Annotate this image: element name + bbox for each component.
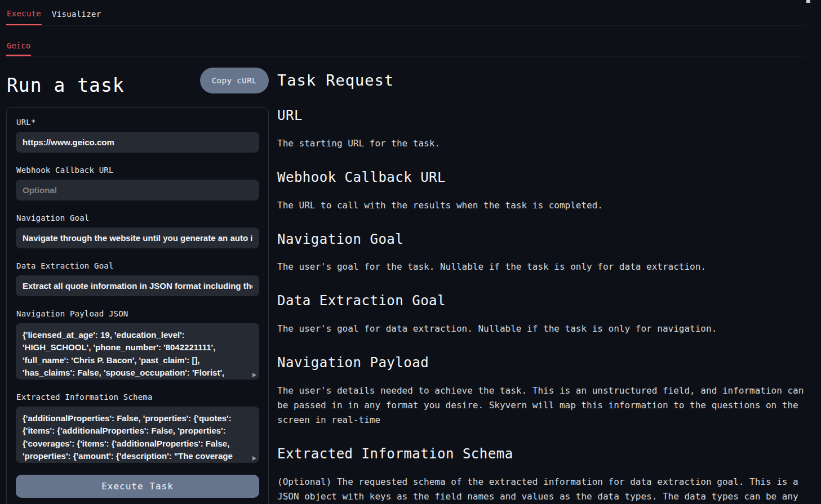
tab-execute[interactable]: Execute — [6, 8, 42, 25]
doc-section-heading: Extracted Information Schema — [277, 446, 807, 462]
doc-section-body: The user's goal for the task. Nullable i… — [277, 260, 807, 274]
doc-section-heading: URL — [277, 108, 807, 124]
data-extraction-goal-input[interactable] — [16, 275, 259, 296]
doc-section-heading: Webhook Callback URL — [277, 170, 807, 186]
extracted-schema-label: Extracted Information Schema — [16, 393, 259, 402]
doc-section-body: (Optional) The requested schema of the e… — [277, 475, 807, 504]
resize-handle-icon[interactable] — [252, 456, 256, 461]
doc-section-heading: Data Extraction Goal — [277, 293, 807, 309]
resize-handle-icon[interactable] — [252, 373, 256, 377]
url-input[interactable] — [16, 132, 259, 153]
url-label: URL* — [16, 118, 259, 127]
doc-section-body: The user's goal for data extraction. Nul… — [277, 322, 807, 336]
webhook-field-group: Webhook Callback URL — [16, 166, 259, 200]
navigation-payload-field-group: Navigation Payload JSON {'licensed_at_ag… — [16, 309, 259, 380]
doc-section-heading: Navigation Goal — [277, 231, 807, 248]
navigation-goal-field-group: Navigation Goal — [16, 213, 259, 248]
navigation-goal-label: Navigation Goal — [16, 213, 259, 222]
extracted-schema-wrap: {'additionalProperties': False, 'propert… — [16, 407, 259, 463]
scrollbar-thumb[interactable] — [806, 0, 810, 3]
navigation-goal-input[interactable] — [16, 228, 259, 248]
top-tab-bar: Execute Visualizer — [6, 0, 806, 25]
doc-section-body: The URL to call with the results when th… — [277, 198, 807, 213]
copy-curl-button[interactable]: Copy cURL — [200, 68, 269, 93]
webhook-input[interactable] — [16, 180, 259, 200]
main-content: Run a task Copy cURL URL* Webhook Callba… — [0, 56, 821, 504]
data-extraction-goal-label: Data Extraction Goal — [16, 261, 259, 270]
webhook-label: Webhook Callback URL — [16, 166, 259, 175]
url-field-group: URL* — [16, 118, 259, 153]
doc-sections: URL The starting URL for the task. Webho… — [277, 108, 807, 504]
doc-section-heading: Navigation Payload — [277, 355, 807, 371]
subtab-geico[interactable]: Geico — [6, 40, 31, 56]
navigation-payload-wrap: {'licensed_at_age': 19, 'education_level… — [16, 323, 259, 380]
docs-title: Task Request — [277, 72, 807, 89]
doc-section: Webhook Callback URL The URL to call wit… — [277, 170, 807, 213]
doc-section-body: The user's details needed to achieve the… — [277, 383, 807, 427]
task-request-docs: Task Request URL The starting URL for th… — [277, 56, 807, 504]
navigation-payload-textarea[interactable]: {'licensed_at_age': 19, 'education_level… — [16, 323, 259, 380]
navigation-payload-label: Navigation Payload JSON — [16, 309, 259, 318]
doc-section-body: The starting URL for the task. — [277, 136, 807, 151]
run-task-header: Run a task Copy cURL — [6, 68, 269, 97]
page-title: Run a task — [7, 74, 125, 97]
execute-task-button[interactable]: Execute Task — [16, 475, 259, 498]
doc-section: Data Extraction Goal The user's goal for… — [277, 293, 807, 336]
run-task-panel: Run a task Copy cURL URL* Webhook Callba… — [6, 56, 269, 504]
doc-section: Navigation Payload The user's details ne… — [277, 355, 807, 427]
doc-section: Navigation Goal The user's goal for the … — [277, 231, 807, 275]
tab-visualizer[interactable]: Visualizer — [51, 8, 101, 25]
extracted-schema-field-group: Extracted Information Schema {'additiona… — [16, 393, 259, 463]
doc-section: URL The starting URL for the task. — [277, 108, 807, 151]
data-extraction-goal-field-group: Data Extraction Goal — [16, 261, 259, 296]
doc-section: Extracted Information Schema (Optional) … — [277, 446, 807, 504]
task-form-card: URL* Webhook Callback URL Navigation Goa… — [6, 107, 269, 504]
sub-tab-bar: Geico — [6, 25, 806, 56]
extracted-schema-textarea[interactable]: {'additionalProperties': False, 'propert… — [16, 407, 259, 463]
